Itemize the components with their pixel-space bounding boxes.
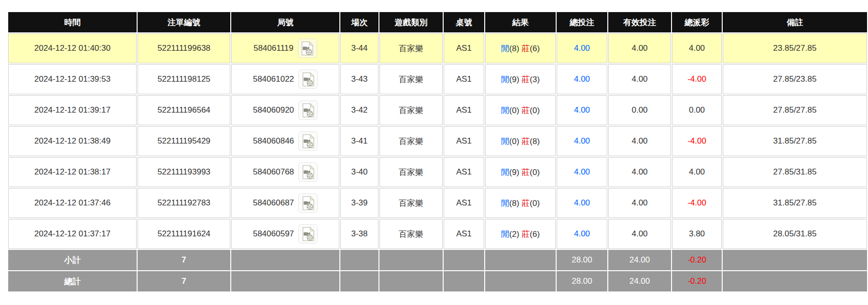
result-banker-score: (3) xyxy=(530,75,540,84)
cell-round-id: 584060920 xyxy=(231,95,339,125)
cell-total-bet[interactable]: 4.00 xyxy=(557,95,607,125)
video-file-icon xyxy=(302,227,315,242)
header-session: 場次 xyxy=(340,12,378,32)
cell-game-type: 百家樂 xyxy=(379,33,443,63)
header-game-type: 遊戲類別 xyxy=(379,12,443,32)
subtotal-row: 小計 7 28.00 24.00 -0.20 xyxy=(8,250,867,270)
cell-round-id: 584061119 xyxy=(231,33,339,63)
cell-bet-id: 522111198125 xyxy=(138,64,230,94)
video-replay-button[interactable] xyxy=(298,193,318,213)
cell-session: 3-41 xyxy=(340,126,378,156)
result-player-label: 閒 xyxy=(501,44,509,53)
round-id-text: 584061022 xyxy=(253,74,294,84)
subtotal-payout: -0.20 xyxy=(672,250,722,270)
result-banker-score: (0) xyxy=(530,199,540,208)
cell-table-id: AS1 xyxy=(444,219,484,249)
video-file-icon xyxy=(302,196,315,211)
total-bet-link[interactable]: 4.00 xyxy=(574,229,590,238)
cell-total-bet[interactable]: 4.00 xyxy=(557,64,607,94)
cell-game-type: 百家樂 xyxy=(379,126,443,156)
result-banker-label: 莊 xyxy=(521,44,530,53)
result-player-label: 閒 xyxy=(501,137,509,146)
cell-table-id: AS1 xyxy=(444,33,484,63)
header-row: 時間 注單編號 局號 場次 遊戲類別 桌號 結果 總投注 有效投注 總派彩 備註 xyxy=(8,12,867,32)
result-banker-label: 莊 xyxy=(521,168,530,177)
cell-remark: 27.85/31.85 xyxy=(723,157,867,187)
cell-round-id: 584060768 xyxy=(231,157,339,187)
round-id-text: 584061119 xyxy=(253,44,294,53)
cell-total-bet[interactable]: 4.00 xyxy=(557,157,607,187)
total-empty-round xyxy=(231,271,339,291)
result-player-score: (8) xyxy=(509,199,519,208)
video-replay-button[interactable] xyxy=(298,101,318,120)
result-banker-label: 莊 xyxy=(521,106,530,115)
video-replay-button[interactable] xyxy=(298,162,318,182)
total-bet-link[interactable]: 4.00 xyxy=(574,167,590,176)
result-banker-score: (0) xyxy=(530,106,540,115)
total-empty-remark xyxy=(723,271,867,291)
cell-total-bet[interactable]: 4.00 xyxy=(557,126,607,156)
subtotal-count: 7 xyxy=(138,250,230,270)
cell-game-type: 百家樂 xyxy=(379,64,443,94)
subtotal-empty-game-type xyxy=(379,250,443,270)
cell-total-bet[interactable]: 4.00 xyxy=(557,33,607,63)
cell-round-id: 584060687 xyxy=(231,188,339,218)
cell-bet-id: 522111199638 xyxy=(138,33,230,63)
cell-game-type: 百家樂 xyxy=(379,219,443,249)
total-bet-link[interactable]: 4.00 xyxy=(574,198,590,207)
cell-remark: 23.85/27.85 xyxy=(723,33,867,63)
header-bet-id: 注單編號 xyxy=(138,12,230,32)
table-body: 2024-12-12 01:40:30 522111199638 5840611… xyxy=(8,33,867,291)
cell-payout: -4.00 xyxy=(672,64,722,94)
cell-payout: 0.00 xyxy=(672,95,722,125)
cell-table-id: AS1 xyxy=(444,95,484,125)
table-row: 2024-12-12 01:38:49 522111195429 5840608… xyxy=(8,126,867,156)
header-table-id: 桌號 xyxy=(444,12,484,32)
cell-time: 2024-12-12 01:39:17 xyxy=(8,95,137,125)
result-banker-score: (0) xyxy=(530,168,540,177)
total-bet-link[interactable]: 4.00 xyxy=(574,136,590,145)
cell-session: 3-43 xyxy=(340,64,378,94)
cell-table-id: AS1 xyxy=(444,157,484,187)
video-replay-button[interactable] xyxy=(298,224,318,244)
cell-remark: 28.05/31.85 xyxy=(723,219,867,249)
header-remark: 備註 xyxy=(723,12,867,32)
cell-payout: 3.80 xyxy=(672,219,722,249)
cell-remark: 27.85/27.85 xyxy=(723,95,867,125)
header-total-bet: 總投注 xyxy=(557,12,607,32)
cell-round-id: 584060846 xyxy=(231,126,339,156)
video-replay-button[interactable] xyxy=(298,70,318,89)
video-replay-button[interactable] xyxy=(298,131,318,151)
table-row: 2024-12-12 01:38:17 522111193993 5840607… xyxy=(8,157,867,187)
cell-table-id: AS1 xyxy=(444,64,484,94)
cell-time: 2024-12-12 01:38:49 xyxy=(8,126,137,156)
cell-total-bet[interactable]: 4.00 xyxy=(557,188,607,218)
subtotal-empty-result xyxy=(485,250,556,270)
cell-time: 2024-12-12 01:40:30 xyxy=(8,33,137,63)
header-time: 時間 xyxy=(8,12,137,32)
video-file-icon xyxy=(302,134,315,149)
table-row: 2024-12-12 01:37:46 522111192783 5840606… xyxy=(8,188,867,218)
cell-valid-bet: 4.00 xyxy=(608,157,671,187)
round-id-text: 584060768 xyxy=(253,167,294,177)
total-bet-link[interactable]: 4.00 xyxy=(574,105,590,115)
cell-time: 2024-12-12 01:38:17 xyxy=(8,157,137,187)
video-file-icon xyxy=(302,103,315,118)
table-row: 2024-12-12 01:40:30 522111199638 5840611… xyxy=(8,33,867,63)
video-replay-button[interactable] xyxy=(298,39,317,58)
total-bet-link[interactable]: 4.00 xyxy=(574,44,590,53)
cell-result: 閒(2) 莊(6) xyxy=(485,219,556,249)
cell-total-bet[interactable]: 4.00 xyxy=(557,219,607,249)
cell-time: 2024-12-12 01:37:17 xyxy=(8,219,137,249)
total-bet-link[interactable]: 4.00 xyxy=(574,74,590,84)
cell-result: 閒(0) 莊(8) xyxy=(485,126,556,156)
cell-result: 閒(8) 莊(0) xyxy=(485,188,556,218)
subtotal-empty-round xyxy=(231,250,339,270)
cell-result: 閒(9) 莊(0) xyxy=(485,157,556,187)
result-player-label: 閒 xyxy=(501,75,509,84)
cell-time: 2024-12-12 01:37:46 xyxy=(8,188,137,218)
cell-table-id: AS1 xyxy=(444,126,484,156)
result-player-score: (0) xyxy=(509,137,519,146)
cell-session: 3-39 xyxy=(340,188,378,218)
cell-payout: -4.00 xyxy=(672,188,722,218)
